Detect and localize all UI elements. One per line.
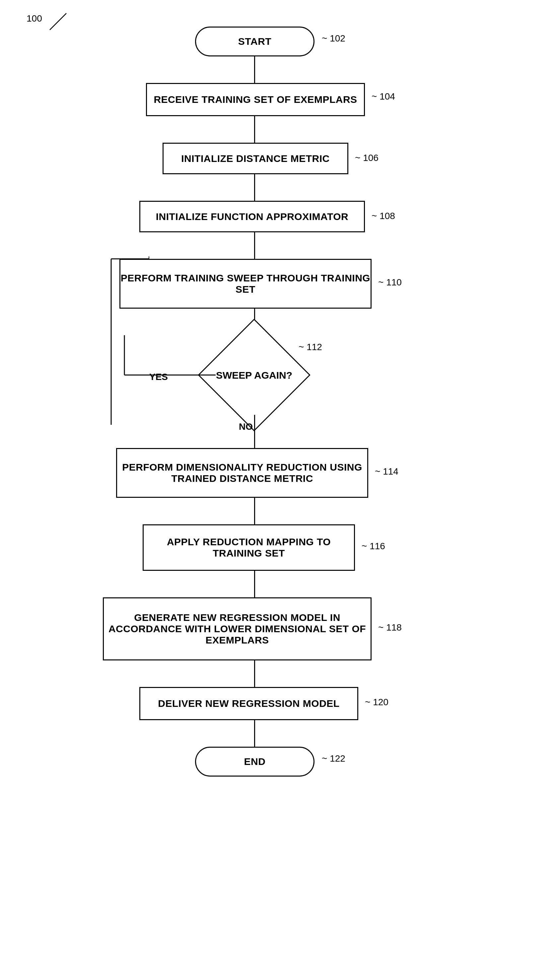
arrow-10	[254, 720, 255, 747]
ref-106: ~ 106	[355, 153, 378, 163]
arrow-8	[254, 571, 255, 597]
arrow-9	[254, 660, 255, 687]
sweep-again-diamond: SWEEP AGAIN?	[214, 335, 294, 415]
ref-114: ~ 114	[375, 466, 398, 477]
ref-102: ~ 102	[322, 33, 345, 44]
generate-model-node: GENERATE NEW REGRESSION MODEL IN ACCORDA…	[103, 597, 372, 660]
init-func-node: INITIALIZE FUNCTION APPROXIMATOR	[139, 201, 365, 232]
perform-dim-node: PERFORM DIMENSIONALITY REDUCTION USING T…	[116, 448, 368, 498]
receive-node: RECEIVE TRAINING SET OF EXEMPLARS	[146, 83, 365, 116]
arrow-6	[254, 415, 255, 448]
init-dist-node: INITIALIZE DISTANCE METRIC	[163, 143, 348, 174]
no-label: NO	[239, 422, 253, 432]
apply-reduction-node: APPLY REDUCTION MAPPING TO TRAINING SET	[143, 524, 355, 571]
ref-104: ~ 104	[372, 91, 395, 102]
arrow-1	[254, 57, 255, 83]
flowchart-diagram: 100 START ~ 102 RECEIVE TRAINING SET OF …	[0, 0, 556, 980]
arrow-7	[254, 498, 255, 524]
yes-branch-connector	[86, 335, 216, 425]
ref-110: ~ 110	[378, 277, 402, 288]
arrow-4	[254, 232, 255, 259]
arrow-2	[254, 116, 255, 143]
perform-sweep-node: PERFORM TRAINING SWEEP THROUGH TRAINING …	[120, 259, 372, 309]
end-node: END	[195, 747, 315, 776]
ref-108: ~ 108	[372, 211, 395, 222]
ref-122: ~ 122	[322, 754, 345, 764]
ref-arrow	[47, 10, 79, 37]
ref-100: 100	[26, 13, 42, 24]
deliver-node: DELIVER NEW REGRESSION MODEL	[139, 687, 358, 720]
ref-116: ~ 116	[362, 541, 385, 551]
arrow-3	[254, 174, 255, 201]
ref-120: ~ 120	[365, 697, 388, 708]
start-node: START	[195, 27, 315, 57]
svg-line-0	[50, 13, 66, 30]
ref-118: ~ 118	[378, 622, 402, 633]
ref-112: ~ 112	[299, 342, 322, 353]
